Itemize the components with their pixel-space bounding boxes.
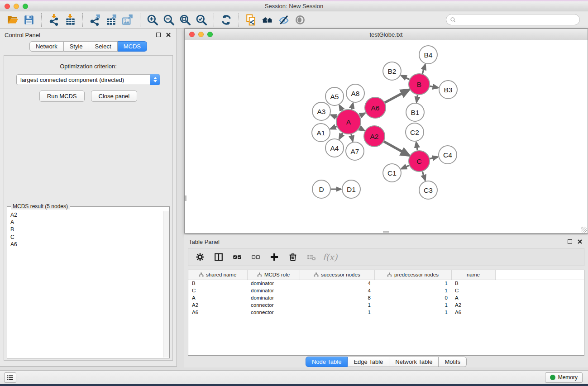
column-header-name[interactable]: name [451,270,495,280]
optimization-criterion-select[interactable]: largest connected component (directed) [16,74,160,85]
network-canvas[interactable]: B4B2BB3A8A5A6A3B1AA1C2A2A4A7C4CC1C3DD1 [185,40,588,233]
mcds-result-item[interactable]: B [8,226,163,233]
node-D[interactable]: D [312,180,330,198]
edge-A-A1[interactable] [330,126,337,129]
open-file-icon[interactable] [6,13,19,27]
node-C3[interactable]: C3 [419,181,437,199]
mcds-result-item[interactable]: A [8,219,163,226]
node-A4[interactable]: A4 [325,139,344,157]
delete-table-icon[interactable] [306,252,317,262]
float-panel-icon[interactable] [155,31,162,38]
export-image-icon[interactable] [121,13,134,27]
task-history-button[interactable] [4,372,16,383]
edge-C-C1[interactable] [402,166,409,169]
show-graphics-details-icon[interactable] [293,13,307,27]
edge-B-B2[interactable] [402,76,410,80]
tab-network-table[interactable]: Network Table [389,357,439,367]
apply-layout-icon[interactable] [220,13,233,27]
save-session-icon[interactable] [22,13,36,27]
add-column-icon[interactable] [269,252,280,262]
deselect-all-columns-icon[interactable] [250,252,261,262]
import-network-icon[interactable] [47,13,61,27]
node-C[interactable]: C [409,151,430,172]
vertical-scroll-mark[interactable] [185,195,186,201]
node-C2[interactable]: C2 [406,123,424,141]
close-table-panel-icon[interactable] [576,238,583,245]
table-settings-gear-icon[interactable] [195,252,206,262]
node-B2[interactable]: B2 [383,62,401,80]
memory-button[interactable]: Memory [545,372,583,383]
edge-C-C4[interactable] [430,157,437,159]
edge-C-C3[interactable] [422,172,425,180]
toggle-graphics-details-icon[interactable] [277,13,291,27]
node-B3[interactable]: B3 [439,81,457,99]
network-window-titlebar[interactable]: testGlobe.txt [185,29,588,40]
node-D1[interactable]: D1 [342,180,360,198]
column-header-shared-name[interactable]: shared name [188,270,247,280]
tab-motifs[interactable]: Motifs [439,357,467,367]
edge-A-A2[interactable] [359,128,364,131]
edge-A2-C[interactable] [384,142,409,156]
mcds-result-list[interactable]: A2ABCA6 [8,211,163,357]
edge-A-A5[interactable] [339,105,342,110]
search-input[interactable] [459,17,579,23]
show-columns-icon[interactable] [213,252,224,262]
edge-A-A3[interactable] [331,115,337,117]
node-B4[interactable]: B4 [419,46,437,64]
tab-select[interactable]: Select [89,41,118,52]
zoom-selected-icon[interactable] [195,13,208,27]
zoom-in-icon[interactable] [146,13,159,27]
mcds-result-item[interactable]: C [8,234,163,241]
column-header-MCDS-role[interactable]: MCDS role [247,270,300,280]
node-C4[interactable]: C4 [439,146,457,164]
tab-edge-table[interactable]: Edge Table [348,357,389,367]
table-row[interactable]: Adominator80A [188,294,584,301]
tab-node-table[interactable]: Node Table [306,357,348,367]
zoom-out-icon[interactable] [162,13,176,27]
tab-network[interactable]: Network [29,41,64,52]
edge-A6-B[interactable] [385,90,409,102]
table-row[interactable]: Bdominator41B [188,280,584,287]
edge-A-A6[interactable] [360,113,365,116]
table-row[interactable]: Cdominator41C [188,287,584,294]
table-row[interactable]: A2connector11A2 [188,301,584,309]
import-table-icon[interactable] [63,13,77,27]
node-B1[interactable]: B1 [406,103,424,121]
float-table-panel-icon[interactable] [566,238,574,245]
node-A[interactable]: A [336,110,361,134]
node-A5[interactable]: A5 [325,87,344,105]
edge-A-A8[interactable] [352,103,353,109]
edge-B-B4[interactable] [422,65,425,74]
mcds-result-item[interactable]: A6 [8,241,163,248]
select-all-columns-icon[interactable] [232,252,243,262]
node-A8[interactable]: A8 [346,84,364,102]
search-field[interactable] [446,14,580,25]
close-panel-button[interactable]: Close panel [91,91,138,102]
tab-mcds[interactable]: MCDS [118,41,147,52]
result-scrollbar[interactable] [163,211,169,357]
node-A1[interactable]: A1 [312,124,330,142]
edge-C-C2[interactable] [416,143,418,151]
horizontal-scroll-mark[interactable] [383,231,389,233]
edge-A-A7[interactable] [351,134,353,141]
run-mcds-button[interactable]: Run MCDS [39,91,85,102]
node-A6[interactable]: A6 [365,97,386,118]
cybrowser-home-icon[interactable] [261,13,274,27]
window-resize-grip[interactable] [581,227,587,233]
function-builder-icon[interactable]: f(x) [325,252,335,262]
zoom-fit-icon[interactable] [178,13,192,27]
export-network-icon[interactable] [88,13,102,27]
edge-B-B1[interactable] [416,95,417,102]
close-panel-icon[interactable] [165,31,172,38]
node-A3[interactable]: A3 [312,102,330,120]
node-A2[interactable]: A2 [364,126,385,147]
edge-A-A4[interactable] [339,133,343,139]
column-header-successor-nodes[interactable]: successor nodes [300,270,374,280]
export-table-icon[interactable] [105,13,118,27]
delete-columns-icon[interactable] [287,252,298,262]
column-header-predecessor-nodes[interactable]: predecessor nodes [374,270,451,280]
edge-B-B3[interactable] [430,86,438,87]
node-C1[interactable]: C1 [383,164,401,182]
tab-style[interactable]: Style [64,41,89,52]
duplicate-network-icon[interactable] [244,13,258,27]
